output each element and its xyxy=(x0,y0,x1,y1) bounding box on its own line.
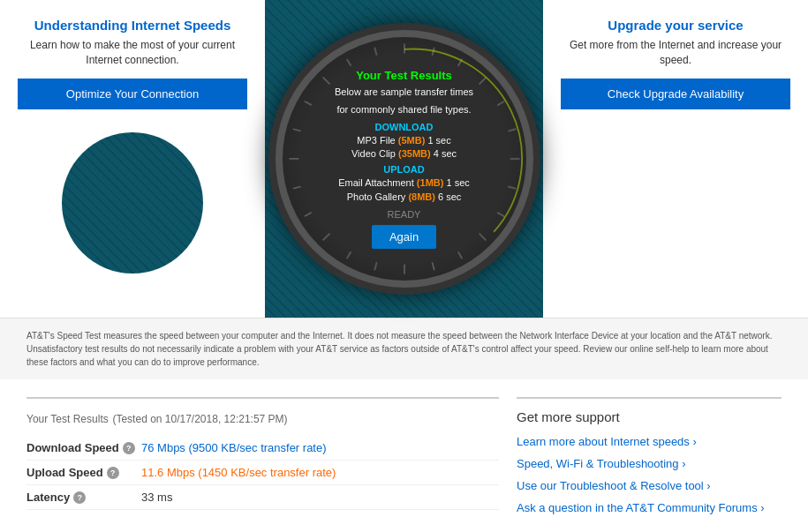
upload-speed-label: Upload Speed ? xyxy=(26,466,141,479)
tested-on: (Tested on 10/17/2018, 12:21:57 PM) xyxy=(112,413,287,425)
download-speed-value: 76 Mbps (9500 KB/sec transfer rate) xyxy=(141,441,327,454)
svg-line-19 xyxy=(292,129,300,131)
dl-mp3: MP3 File (5MB) 1 sec xyxy=(335,134,473,147)
download-speed-row: Download Speed ? 76 Mbps (9500 KB/sec tr… xyxy=(26,441,499,461)
main-gauge: Your Test Results Below are sample trans… xyxy=(272,26,537,291)
ul-section-label: UPLOAD xyxy=(335,164,473,175)
svg-line-17 xyxy=(292,186,300,188)
svg-line-16 xyxy=(304,213,311,217)
results-left: Your Test Results (Tested on 10/17/2018,… xyxy=(26,397,499,523)
support-link-2[interactable]: Speed, Wi-Fi & Troubleshooting xyxy=(517,457,782,470)
dl-section-label: DOWNLOAD xyxy=(335,122,473,132)
results-section: Your Test Results (Tested on 10/17/2018,… xyxy=(0,379,808,532)
upgrade-button[interactable]: Check Upgrade Availability xyxy=(561,79,790,109)
right-panel: Upgrade your service Get more from the I… xyxy=(543,0,808,318)
disclaimer: AT&T's Speed Test measures the speed bet… xyxy=(0,318,808,379)
right-subtext: Get more from the Internet and increase … xyxy=(561,38,790,68)
latency-label: Latency ? xyxy=(26,491,141,504)
left-subtext: Learn how to make the most of your curre… xyxy=(18,38,247,68)
disclaimer-text: AT&T's Speed Test measures the speed bet… xyxy=(26,331,772,367)
svg-line-23 xyxy=(374,48,376,56)
latency-help-icon[interactable]: ? xyxy=(73,491,86,504)
results-right: Get more support Learn more about Intern… xyxy=(517,397,782,523)
support-link-1[interactable]: Learn more about Internet speeds xyxy=(517,435,782,448)
latency-value: 33 ms xyxy=(141,491,172,504)
results-title-text: Your Test Results xyxy=(26,413,109,425)
upload-help-icon[interactable]: ? xyxy=(107,467,119,479)
latency-row: Latency ? 33 ms xyxy=(26,491,499,510)
upload-speed-row: Upload Speed ? 11.6 Mbps (1450 KB/sec tr… xyxy=(26,466,499,485)
center-gauge-area: DOWNLOAD 76 Mbps UPLOAD 11.6 Mbps xyxy=(265,0,543,318)
results-title-gauge: Your Test Results xyxy=(335,69,473,82)
gauge-content: Your Test Results Below are sample trans… xyxy=(326,60,482,258)
svg-line-7 xyxy=(508,186,516,188)
svg-line-5 xyxy=(508,129,516,131)
svg-line-11 xyxy=(432,262,434,270)
optimize-button[interactable]: Optimize Your Connection xyxy=(18,79,247,109)
ready-text: READY xyxy=(335,209,473,220)
dl-video: Video Clip (35MB) 4 sec xyxy=(335,147,473,161)
left-heading: Understanding Internet Speeds xyxy=(34,18,231,33)
again-button[interactable]: Again xyxy=(372,225,436,249)
ul-email: Email Attachment (1MB) 1 sec xyxy=(335,176,473,190)
svg-line-20 xyxy=(304,101,311,106)
svg-line-4 xyxy=(497,101,504,106)
svg-line-13 xyxy=(374,262,376,270)
download-help-icon[interactable]: ? xyxy=(123,442,135,454)
upload-speed-value: 11.6 Mbps (1450 KB/sec transfer rate) xyxy=(141,466,336,479)
support-link-3[interactable]: Use our Troubleshoot & Resolve tool xyxy=(517,479,782,492)
below-line2: for commonly shared file types. xyxy=(335,103,473,116)
download-speed-label: Download Speed ? xyxy=(26,441,141,454)
support-title: Get more support xyxy=(517,409,782,424)
gauges-container: DOWNLOAD 76 Mbps UPLOAD 11.6 Mbps xyxy=(265,0,543,318)
below-line1: Below are sample transfer times xyxy=(335,86,473,98)
results-main-title: Your Test Results (Tested on 10/17/2018,… xyxy=(26,409,499,427)
svg-line-8 xyxy=(497,213,504,217)
support-link-4[interactable]: Ask a question in the AT&T Community For… xyxy=(517,501,782,514)
right-heading: Upgrade your service xyxy=(608,18,743,33)
ul-photo: Photo Gallery (8MB) 6 sec xyxy=(335,191,473,204)
left-panel: Understanding Internet Speeds Learn how … xyxy=(0,0,265,318)
